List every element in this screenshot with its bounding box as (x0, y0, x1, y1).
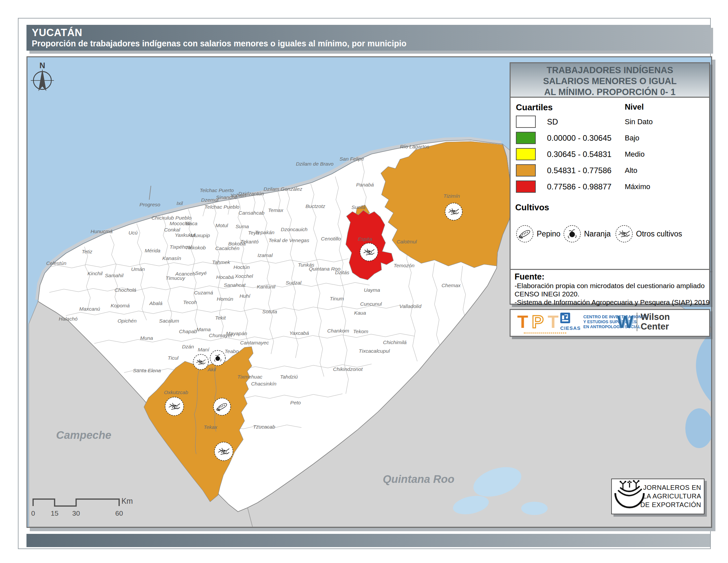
legend-level: Bajo (625, 133, 639, 143)
municipality-label: Teabo (225, 349, 239, 354)
otros-cultivos-icon (193, 354, 208, 370)
municipality-tizimin (381, 141, 513, 267)
municipality-label: Tixmehuac (237, 374, 262, 380)
municipality-label: Maní (198, 347, 210, 352)
scale-tick-15: 15 (51, 509, 58, 517)
municipality-label: Calotmul (396, 239, 417, 244)
municipality-label: Panabá (356, 182, 374, 187)
legend-level: Sin Dato (625, 117, 653, 127)
municipality-label: Sanahcat (224, 282, 246, 288)
municipality-label: Dzoncauich (281, 226, 308, 232)
municipality-label: Hunucmá (91, 228, 113, 234)
legend-row: 0.54831 - 0.77586Alto (511, 164, 709, 176)
municipality-label: Cuncunul (360, 301, 382, 307)
source-panel: Fuente: -Elaboración propia con microdat… (510, 269, 710, 305)
municipality-label: Kanasín (162, 255, 181, 261)
scale-tick-30: 30 (72, 509, 80, 517)
municipality-label: Maxcanú (79, 306, 100, 312)
municipality-label: Tixkokob (185, 245, 206, 250)
tpt-logo: T P T (517, 313, 566, 333)
municipality-label: Izamal (257, 252, 273, 258)
municipality-label: Mérida (145, 248, 160, 253)
municipality-label: Dzilam de Bravo (296, 161, 334, 166)
scale-tick-60: 60 (115, 509, 123, 517)
municipality-label: Chicxulub Pueblo (152, 215, 192, 220)
municipality-label: Abalá (149, 301, 162, 306)
legend-swatch (516, 164, 536, 176)
municipality-label: Hocabá (216, 274, 234, 280)
cultivo-label: Otros cultivos (636, 229, 682, 238)
municipality-label: Temozón (393, 262, 414, 268)
otros-cultivos-icon (360, 243, 378, 261)
municipality-label: Buctzotz (305, 203, 325, 209)
municipality-label: Santa Elena (133, 368, 161, 373)
legend-row: 0.77586 - 0.98877Máximo (511, 180, 709, 193)
municipality-label: Dzilam González (263, 186, 302, 192)
municipality-label: Umán (131, 266, 145, 272)
municipality-label: Seyé (195, 270, 207, 276)
tpt-logo-icon: T P T (517, 313, 563, 332)
municipality-label: Opichén (117, 318, 137, 324)
municipality-label: Temax (268, 207, 284, 213)
municipality-label: San Felipe (340, 156, 364, 162)
municipality-label: Hoctún (233, 264, 250, 270)
municipality-label: Espita (358, 236, 372, 242)
cultivo-label: Pepino (537, 229, 561, 238)
wilson-center-logo: W Wilson Center (617, 312, 670, 332)
municipality-label: Tizimín (443, 193, 460, 199)
municipality-label: Yaxcabá (289, 330, 309, 336)
legend-level: Alto (625, 165, 637, 175)
municipality-label: Tepakán (255, 229, 275, 235)
naranja-icon (563, 224, 581, 243)
municipality-label: Conkal (164, 227, 180, 232)
source-lines: -Elaboración propia con microdatos del c… (515, 282, 705, 306)
pepino-icon: Pepino (516, 224, 561, 243)
source-line: CENSO INEGI 2020. (515, 290, 705, 298)
ciesas-logo-icon (560, 313, 570, 324)
municipality-label: Cacalchén (215, 245, 239, 251)
cultivos-title: Cultivos (515, 202, 549, 212)
legend-title-line: TRABAJADORES INDÍGENAS (511, 65, 709, 76)
wilson-name-line: Center (641, 322, 670, 332)
legend-title-line: SALARIOS MENORES O IGUAL (511, 76, 709, 87)
municipality-label: Sotuta (262, 309, 277, 314)
municipality-label: Muna (140, 335, 153, 341)
municipality-label: Tekit (215, 315, 226, 321)
legend-level: Máximo (625, 182, 650, 192)
municipality-label: Sucilá (351, 204, 366, 210)
municipality-label: Tekax (204, 424, 218, 430)
municipality-label: Tixcacalcupul (359, 348, 390, 354)
municipality-label: Huhí (240, 293, 251, 299)
logos-panel: T P T CIESAS CENTRO DE INVESTIGACIONESY … (510, 309, 710, 337)
municipality-label: Valladolid (399, 304, 422, 309)
municipality-label: Cansahcab (239, 210, 265, 215)
pepino-icon (516, 224, 534, 243)
municipality-label: Tekal de Venegas (269, 237, 309, 243)
municipality-label: Progreso (140, 202, 160, 207)
legend-range: 0.77586 - 0.98877 (547, 180, 612, 193)
naranja-icon: Naranja (563, 224, 611, 243)
municipality-label: Tzucacab (253, 424, 275, 430)
otros-cultivos-icon: Otros cultivos (615, 224, 682, 243)
otros-cultivos-icon (165, 397, 184, 416)
map-frame: CampecheQuintana RooProgresoIxilChicxulu… (26, 56, 712, 528)
municipality-label: Chichimilá (383, 340, 407, 345)
municipality-label: Dzemul (201, 197, 219, 203)
municipality-label: Dzitás (335, 269, 349, 275)
municipality-label: Baca (186, 220, 198, 226)
jornaleros-text-line: DE EXPORTACIÓN (640, 500, 701, 509)
wilson-name-line: Wilson (641, 312, 670, 322)
municipality-label: Ticul (168, 355, 179, 361)
legend-range: SD (547, 116, 558, 128)
municipality-label: Chapab (179, 329, 197, 334)
legend-col-cuartiles: Cuartiles (516, 102, 553, 113)
pepino-icon (213, 398, 231, 415)
municipality-label: Río Lagartos (400, 144, 430, 149)
footer-bar (26, 534, 710, 547)
municipality-label: Chikindzonot (333, 366, 363, 372)
municipality-label: Muxupip (191, 232, 210, 238)
municipality-label: Chankom (327, 328, 349, 334)
legend-title: TRABAJADORES INDÍGENAS SALARIOS MENORES … (511, 63, 709, 98)
cultivo-label: Naranja (584, 229, 611, 238)
page-title: YUCATÁN (32, 27, 82, 39)
